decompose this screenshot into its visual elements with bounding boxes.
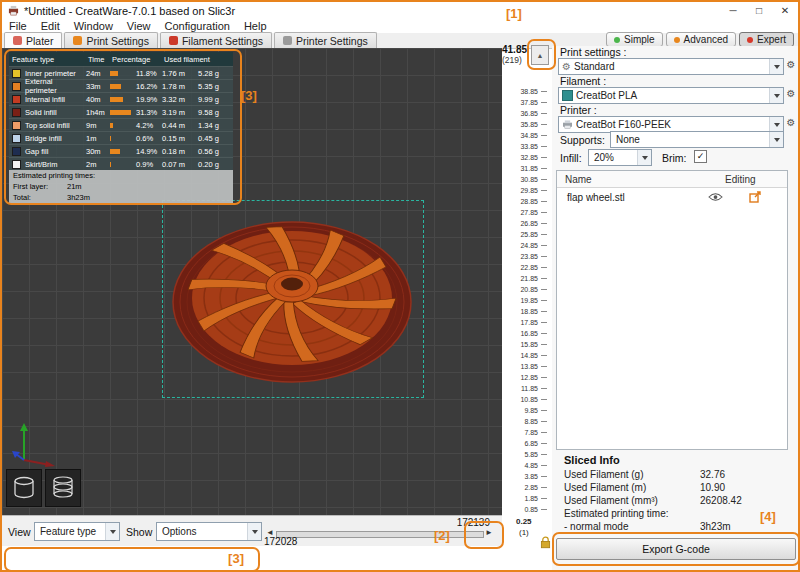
layer-bottom-count: (1)	[519, 528, 529, 537]
legend-row: External perimeter33m16.2%1.78 m5.35 g	[9, 79, 233, 92]
menu-edit[interactable]: Edit	[34, 20, 67, 32]
export-gcode-button[interactable]: Export G-code	[556, 538, 796, 560]
legend-header-cell: Feature type	[9, 55, 88, 64]
legend-header-cell: Percentage	[112, 55, 164, 64]
layer-tick-label: 10.85	[506, 396, 538, 403]
layer-tick-label: 32.85	[506, 154, 538, 161]
supports-select[interactable]: None	[610, 131, 784, 148]
object-list[interactable]: Name Editing flap wheel.stl	[556, 170, 788, 450]
menu-file[interactable]: File	[2, 20, 34, 32]
layer-tick: 0.85	[500, 504, 548, 515]
print-settings-select[interactable]: ⚙ Standard	[558, 58, 784, 75]
menu-bar: FileEditWindowViewConfigurationHelp	[2, 19, 798, 33]
layer-tick-mark	[538, 487, 548, 488]
feature-bar-cell	[110, 97, 136, 102]
estimated-times-title: Estimated printing times:	[9, 170, 233, 181]
filament-select[interactable]: CreatBot PLA	[558, 87, 784, 104]
layer-tick-label: 29.85	[506, 187, 538, 194]
layer-tick-mark	[538, 168, 548, 169]
layer-tick-mark	[538, 454, 548, 455]
layer-tick-mark	[538, 289, 548, 290]
printer-label: Printer :	[560, 104, 597, 116]
view-select[interactable]: Feature type	[34, 522, 120, 541]
layer-tick-mark	[538, 333, 548, 334]
minimize-button[interactable]: ─	[720, 3, 746, 18]
feature-color-swatch	[12, 160, 21, 169]
tab-filament-settings[interactable]: Filament Settings	[160, 32, 272, 48]
layer-tick: 37.85	[500, 97, 548, 108]
layer-tick: 10.85	[500, 394, 548, 405]
view-options-bar: View Feature type Show Options 172139 ◄ …	[2, 515, 502, 546]
layer-tick: 12.85	[500, 372, 548, 383]
layer-tick-label: 1.85	[506, 495, 538, 502]
total-time-value: 3h23m	[67, 193, 90, 202]
layer-tick-mark	[538, 410, 548, 411]
layer-tick: 26.85	[500, 218, 548, 229]
layer-tick: 36.85	[500, 108, 548, 119]
feature-length: 1.78 m	[162, 82, 198, 91]
layer-tick-label: 0.85	[506, 506, 538, 513]
model-flap-wheel[interactable]	[168, 206, 416, 390]
filament-gear-button[interactable]: ⚙	[785, 88, 797, 100]
print-settings-gear-button[interactable]: ⚙	[785, 59, 797, 71]
layer-tick-mark	[538, 388, 548, 389]
feature-color-swatch	[12, 121, 21, 130]
brim-checkbox[interactable]: ✓	[694, 150, 707, 163]
feature-legend: Feature typeTimePercentageUsed filament …	[9, 52, 233, 203]
sliced-info-value: 10.90	[700, 482, 780, 493]
legend-header-cell: Used filament	[164, 55, 230, 64]
menu-help[interactable]: Help	[237, 20, 274, 32]
printer-gear-button[interactable]: ⚙	[785, 117, 797, 129]
show-select[interactable]: Options	[156, 522, 262, 541]
infill-select[interactable]: 20%	[588, 149, 652, 166]
edit-object-button[interactable]	[735, 191, 775, 203]
tab-print-settings[interactable]: Print Settings	[64, 32, 157, 48]
menu-view[interactable]: View	[120, 20, 158, 32]
feature-time: 2m	[86, 160, 110, 169]
file-row[interactable]: flap wheel.stl	[557, 188, 787, 206]
infill-value: 20%	[589, 152, 637, 163]
maximize-button[interactable]: □	[746, 3, 772, 18]
lock-icon[interactable]	[540, 536, 551, 549]
layer-tick-mark	[538, 476, 548, 477]
hslider-track[interactable]	[276, 531, 484, 538]
legend-row: Gap fill30m14.9%0.18 m0.56 g	[9, 144, 233, 157]
layer-tick-label: 21.85	[506, 275, 538, 282]
sliced-info-row: Used Filament (mm³)26208.42	[564, 494, 790, 507]
3d-viewport[interactable]: Feature typeTimePercentageUsed filament …	[2, 48, 502, 515]
view-mode-layers-button[interactable]	[45, 469, 81, 507]
tab-plater[interactable]: Plater	[4, 32, 62, 48]
name-column-header: Name	[557, 174, 725, 185]
layer-tick-label: 18.85	[506, 308, 538, 315]
expert-dot-icon	[747, 37, 753, 43]
feature-percentage: 4.2%	[136, 121, 162, 130]
layer-tick-label: 25.85	[506, 231, 538, 238]
percentage-bar-icon	[110, 84, 121, 89]
view-mode-solid-button[interactable]	[6, 469, 42, 507]
feature-time: 40m	[86, 95, 110, 104]
chevron-down-icon	[769, 59, 783, 74]
menu-configuration[interactable]: Configuration	[157, 20, 236, 32]
layer-tick-mark	[538, 311, 548, 312]
mode-simple-button[interactable]: Simple	[606, 32, 663, 47]
feature-weight: 0.20 g	[198, 160, 226, 169]
layer-tick-label: 16.85	[506, 330, 538, 337]
chevron-down-icon	[247, 523, 261, 540]
layer-tick: 8.85	[500, 416, 548, 427]
menu-window[interactable]: Window	[67, 20, 120, 32]
mode-expert-button[interactable]: Expert	[739, 32, 794, 47]
hslider-right-arrow[interactable]: ►	[485, 528, 493, 537]
feature-length: 3.32 m	[162, 95, 198, 104]
feature-length: 0.18 m	[162, 147, 198, 156]
show-label: Show	[126, 526, 152, 538]
feature-time: 1m	[86, 134, 110, 143]
layer-slider-up-button[interactable]: ▲	[531, 45, 549, 65]
tab-printer-settings[interactable]: Printer Settings	[274, 32, 377, 48]
close-button[interactable]: ✕	[772, 3, 798, 18]
mode-advanced-button[interactable]: Advanced	[666, 32, 736, 47]
feature-percentage: 31.3%	[136, 108, 162, 117]
layer-slider[interactable]: 41.85 (219) ▲ 38.8537.8536.8535.8534.853…	[500, 42, 552, 545]
feature-name: Top solid infill	[25, 121, 86, 130]
feature-weight: 0.45 g	[198, 134, 226, 143]
visibility-toggle[interactable]	[695, 192, 735, 202]
